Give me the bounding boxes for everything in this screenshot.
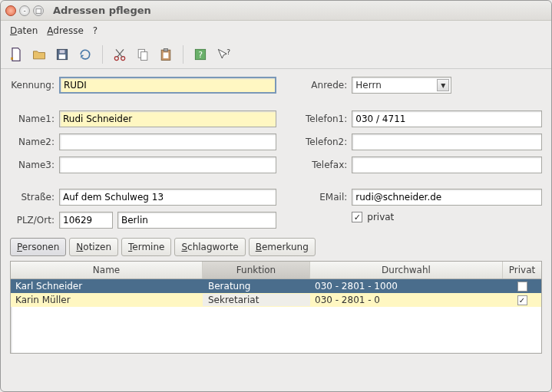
menubar: Daten Adresse ? [1, 21, 551, 41]
col-durchwahl[interactable]: Durchwahl [310, 262, 503, 278]
telefax-input[interactable] [352, 156, 542, 173]
label-anrede: Anrede: [299, 80, 347, 91]
cell-privat [503, 281, 541, 292]
window-close-button[interactable] [5, 5, 16, 16]
new-icon[interactable] [5, 44, 27, 65]
label-telefon2: Telefon2: [299, 137, 347, 147]
help-icon[interactable]: ? [190, 44, 211, 65]
cut-icon[interactable] [109, 44, 131, 65]
strasse-input[interactable] [59, 189, 276, 206]
label-telefax: Telefax: [299, 160, 347, 170]
plz-input[interactable] [59, 212, 113, 229]
label-email: EMail: [299, 192, 347, 203]
cell-durchwahl: 030 - 2801 - 1000 [310, 280, 503, 292]
open-icon[interactable] [28, 44, 50, 65]
cell-funktion: Beratung [203, 280, 310, 292]
svg-text:?: ? [198, 50, 203, 60]
table-row[interactable]: Karl Schneider Beratung 030 - 2801 - 100… [11, 279, 541, 293]
tab-schlagworte[interactable]: Schlagworte [174, 238, 245, 256]
privat-checkbox[interactable]: ✓ [352, 212, 362, 222]
window-minimize-button[interactable]: ‐ [19, 5, 30, 16]
anrede-value: Herrn [355, 80, 381, 91]
svg-rect-1 [59, 54, 65, 59]
cell-funktion: Sekretariat [203, 294, 310, 306]
label-strasse: Straße: [10, 192, 55, 203]
svg-rect-8 [164, 49, 168, 51]
tab-bemerkung[interactable]: Bemerkung [249, 238, 316, 256]
svg-rect-9 [164, 53, 169, 59]
svg-rect-2 [60, 50, 65, 53]
label-name3: Name3: [10, 160, 55, 170]
email-input[interactable] [352, 189, 542, 206]
tab-termine[interactable]: Termine [121, 238, 171, 256]
name1-input[interactable] [59, 110, 276, 127]
svg-text:?: ? [226, 48, 230, 56]
persons-grid: Name Funktion Durchwahl Privat Karl Schn… [10, 261, 542, 354]
name2-input[interactable] [59, 133, 276, 150]
tab-personen[interactable]: Personen [10, 238, 66, 256]
window-maximize-button[interactable]: □ [33, 5, 44, 16]
toolbar: ? ? [1, 41, 551, 69]
refresh-icon[interactable] [74, 44, 96, 65]
label-name1: Name1: [10, 114, 55, 124]
menu-adresse[interactable]: Adresse [44, 24, 87, 38]
row-privat-checkbox[interactable]: ✓ [517, 295, 527, 305]
cell-privat: ✓ [503, 295, 541, 306]
grid-empty-area [11, 307, 541, 353]
col-privat[interactable]: Privat [503, 262, 541, 278]
svg-point-4 [121, 57, 125, 61]
copy-icon[interactable] [132, 44, 154, 65]
telefon2-input[interactable] [352, 133, 542, 150]
cell-name: Karin Müller [11, 294, 203, 306]
name3-input[interactable] [59, 156, 276, 173]
kennung-input[interactable] [59, 77, 276, 94]
label-name2: Name2: [10, 137, 55, 147]
window-title: Adressen pflegen [53, 5, 151, 16]
chevron-down-icon: ▾ [437, 79, 449, 91]
cell-durchwahl: 030 - 2801 - 0 [310, 294, 503, 306]
telefon1-input[interactable] [352, 110, 542, 127]
col-funktion[interactable]: Funktion [203, 262, 310, 278]
svg-rect-6 [141, 52, 147, 61]
window-titlebar: ‐ □ Adressen pflegen [1, 1, 551, 21]
toolbar-separator [183, 45, 183, 64]
table-row[interactable]: Karin Müller Sekretariat 030 - 2801 - 0 … [11, 293, 541, 307]
row-privat-checkbox[interactable] [517, 282, 527, 292]
anrede-select[interactable]: Herrn ▾ [352, 77, 451, 94]
menu-daten[interactable]: Daten [7, 24, 41, 38]
whatsthis-icon[interactable]: ? [213, 44, 234, 65]
save-icon[interactable] [51, 44, 73, 65]
label-plzort: PLZ/Ort: [10, 215, 55, 226]
tab-bar: Personen Notizen Termine Schlagworte Bem… [1, 238, 551, 256]
col-name[interactable]: Name [11, 262, 203, 278]
label-privat: privat [367, 212, 394, 222]
grid-header: Name Funktion Durchwahl Privat [11, 262, 541, 279]
menu-help[interactable]: ? [90, 24, 101, 38]
toolbar-separator [102, 45, 103, 64]
form-area: Kennung: Name1: Name2: Name3: Straße: PL… [1, 69, 551, 233]
svg-point-3 [114, 57, 118, 61]
label-telefon1: Telefon1: [299, 114, 347, 124]
label-kennung: Kennung: [10, 80, 55, 91]
ort-input[interactable] [117, 212, 276, 229]
paste-icon[interactable] [155, 44, 177, 65]
cell-name: Karl Schneider [11, 280, 203, 292]
tab-notizen[interactable]: Notizen [69, 238, 118, 256]
